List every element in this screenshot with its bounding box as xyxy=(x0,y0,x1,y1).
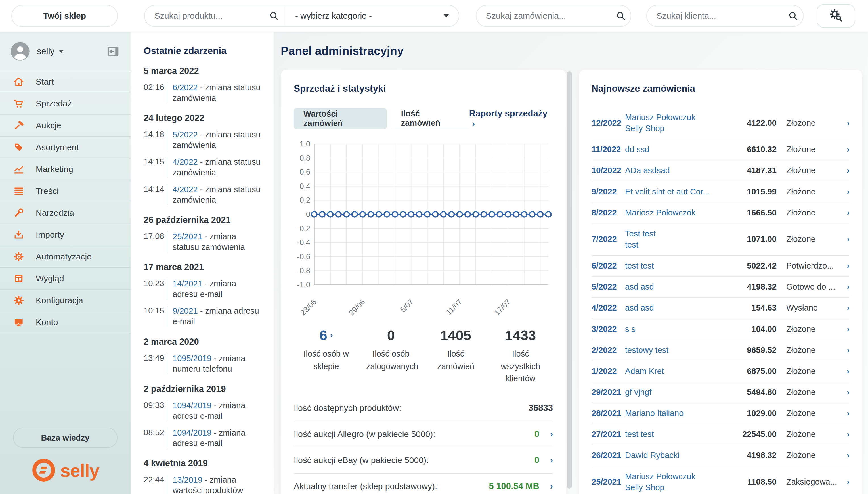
order-number-link[interactable]: 3/2022 xyxy=(592,324,625,334)
order-row[interactable]: 2/2022 testowy test 9659.52 Złożone › xyxy=(592,340,850,361)
shop-button[interactable]: Twój sklep xyxy=(11,5,118,27)
chevron-right-icon[interactable]: › xyxy=(841,451,850,460)
order-row[interactable]: 27/2021 test test 22545.00 Złożone › xyxy=(592,424,850,445)
order-number-link[interactable]: 27/2021 xyxy=(592,430,625,439)
order-customer-link[interactable]: Mariosz Połowczok xyxy=(625,207,730,218)
sidebar-item-chart[interactable]: Marketing xyxy=(0,158,131,180)
chevron-right-icon[interactable]: › xyxy=(539,429,553,439)
order-customer-link[interactable]: asd asd xyxy=(625,302,730,314)
order-row[interactable]: 7/2022 Test test test 1071.00 Złożone › xyxy=(592,224,850,255)
search-icon[interactable] xyxy=(783,11,803,21)
sidebar-item-wrench[interactable]: Narzędzia xyxy=(0,202,131,224)
order-customer-link[interactable]: Adam Kret xyxy=(625,366,730,377)
event-order-link[interactable]: 9/2021 xyxy=(173,306,198,316)
event-order-link[interactable]: 1094/2019 xyxy=(173,401,211,410)
order-customer-link[interactable]: s s xyxy=(625,324,730,335)
event-order-link[interactable]: 25/2021 xyxy=(173,232,202,241)
order-row[interactable]: 6/2022 test test 5022.42 Potwierdzo... › xyxy=(592,255,850,277)
order-customer-link[interactable]: asd asd xyxy=(625,281,730,292)
advanced-search-button[interactable] xyxy=(817,4,855,28)
customer-search-input[interactable] xyxy=(647,11,783,21)
order-number-link[interactable]: 11/2022 xyxy=(592,145,625,154)
order-customer-link[interactable]: Mariusz Połowczuk Selly Shop xyxy=(625,112,730,134)
chevron-right-icon[interactable]: › xyxy=(841,430,850,439)
order-number-link[interactable]: 5/2022 xyxy=(592,282,625,291)
sidebar-item-tag[interactable]: Asortyment xyxy=(0,136,131,158)
chevron-right-icon[interactable]: › xyxy=(841,166,850,175)
event-order-link[interactable]: 6/2022 xyxy=(173,83,198,92)
order-number-link[interactable]: 29/2021 xyxy=(592,387,625,397)
sidebar-item-gear[interactable]: Konfiguracja xyxy=(0,290,131,311)
order-number-link[interactable]: 28/2021 xyxy=(592,408,625,418)
order-number-link[interactable]: 7/2022 xyxy=(592,234,625,244)
event-order-link[interactable]: 4/2022 xyxy=(173,185,198,194)
chevron-right-icon[interactable]: › xyxy=(841,408,850,418)
event-order-link[interactable]: 5/2022 xyxy=(173,130,198,139)
order-customer-link[interactable]: Dawid Rybacki xyxy=(625,450,730,461)
order-number-link[interactable]: 6/2022 xyxy=(592,261,625,270)
order-number-link[interactable]: 2/2022 xyxy=(592,345,625,355)
order-customer-link[interactable]: Et velit sint et aut Cor... xyxy=(625,186,730,197)
knowledge-base-button[interactable]: Baza wiedzy xyxy=(13,428,117,448)
event-order-link[interactable]: 14/2021 xyxy=(173,279,202,288)
order-customer-link[interactable]: Mariusz Połowczuk Selly Shop xyxy=(625,471,730,493)
order-customer-link[interactable]: ADa asdsad xyxy=(625,165,730,176)
order-search-input[interactable] xyxy=(476,11,611,21)
event-order-link[interactable]: 4/2022 xyxy=(173,157,198,166)
chevron-right-icon[interactable]: › xyxy=(841,477,850,487)
chevron-right-icon[interactable]: › xyxy=(841,345,850,355)
order-row[interactable]: 25/2021 Mariusz Połowczuk Selly Shop 110… xyxy=(592,466,850,494)
order-row[interactable]: 11/2022 dd ssd 6610.32 Złożone › xyxy=(592,139,850,160)
order-number-link[interactable]: 9/2022 xyxy=(592,187,625,196)
order-number-link[interactable]: 25/2021 xyxy=(592,477,625,487)
chevron-right-icon[interactable]: › xyxy=(841,303,850,312)
sidebar-item-cart[interactable]: Sprzedaż xyxy=(0,93,131,115)
order-customer-link[interactable]: test test xyxy=(625,429,730,440)
event-order-link[interactable]: 1094/2019 xyxy=(173,428,211,437)
chevron-right-icon[interactable]: › xyxy=(841,387,850,397)
sidebar-item-automation-gear[interactable]: Automatyzacje xyxy=(0,246,131,268)
sales-reports-link[interactable]: Raporty sprzedaży › xyxy=(469,109,553,129)
search-icon[interactable] xyxy=(264,11,284,21)
sidebar-item-gavel[interactable]: Aukcje xyxy=(0,115,131,136)
chevron-right-icon[interactable]: › xyxy=(841,366,850,376)
event-order-link[interactable]: 13/2019 xyxy=(173,475,202,484)
chevron-right-icon[interactable]: › xyxy=(841,282,850,291)
order-customer-link[interactable]: dd ssd xyxy=(625,144,730,155)
order-number-link[interactable]: 1/2022 xyxy=(592,366,625,376)
search-icon[interactable] xyxy=(611,11,631,21)
order-row[interactable]: 29/2021 gf vjhgf 5494.80 Złożone › xyxy=(592,382,850,403)
order-customer-link[interactable]: Mariano Italiano xyxy=(625,408,730,419)
sidebar-item-home[interactable]: Start xyxy=(0,71,131,93)
order-number-link[interactable]: 4/2022 xyxy=(592,303,625,312)
order-customer-link[interactable]: Test test test xyxy=(625,228,730,250)
order-row[interactable]: 4/2022 asd asd 154.63 Wysłane › xyxy=(592,298,850,319)
chevron-right-icon[interactable]: › xyxy=(841,234,850,244)
order-customer-link[interactable]: gf vjhgf xyxy=(625,387,730,398)
event-order-link[interactable]: 1095/2019 xyxy=(173,354,211,363)
order-row[interactable]: 8/2022 Mariosz Połowczok 1666.50 Złożone… xyxy=(592,203,850,224)
order-row[interactable]: 10/2022 ADa asdsad 4187.31 Złożone › xyxy=(592,160,850,181)
order-row[interactable]: 3/2022 s s 104.00 Złożone › xyxy=(592,319,850,340)
chevron-right-icon[interactable]: › xyxy=(539,481,553,491)
tab-order-count[interactable]: Ilość zamówień xyxy=(391,108,469,129)
chevron-right-icon[interactable]: › xyxy=(841,145,850,154)
order-number-link[interactable]: 8/2022 xyxy=(592,208,625,217)
collapse-sidebar-button[interactable] xyxy=(107,45,120,58)
chevron-right-icon[interactable]: › xyxy=(841,324,850,334)
order-customer-link[interactable]: testowy test xyxy=(625,345,730,356)
order-row[interactable]: 1/2022 Adam Kret 6875.00 Złożone › xyxy=(592,361,850,382)
chevron-right-icon[interactable]: › xyxy=(841,187,850,196)
sidebar-item-content-lines[interactable]: Treści xyxy=(0,180,131,202)
order-row[interactable]: 12/2022 Mariusz Połowczuk Selly Shop 412… xyxy=(592,107,850,139)
order-number-link[interactable]: 26/2021 xyxy=(592,451,625,460)
order-number-link[interactable]: 10/2022 xyxy=(592,166,625,175)
sidebar-item-import[interactable]: Importy xyxy=(0,224,131,246)
user-menu[interactable]: selly xyxy=(0,32,131,71)
chevron-right-icon[interactable]: › xyxy=(539,455,553,465)
chevron-right-icon[interactable]: › xyxy=(841,261,850,270)
order-row[interactable]: 5/2022 asd asd 4198.32 Gotowe do ... › xyxy=(592,277,850,298)
sidebar-item-layout[interactable]: Wygląd xyxy=(0,268,131,290)
order-row[interactable]: 26/2021 Dawid Rybacki 4198.32 Złożone › xyxy=(592,445,850,466)
chevron-right-icon[interactable]: › xyxy=(841,118,850,128)
